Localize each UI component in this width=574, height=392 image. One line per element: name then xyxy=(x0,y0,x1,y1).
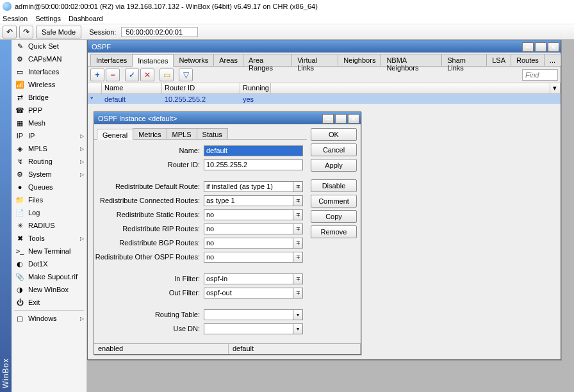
chevron-down-icon[interactable]: ∓ xyxy=(293,252,303,263)
ospf-grid-header: Name Router ID Running ▾ xyxy=(88,83,561,94)
tab--[interactable]: ... xyxy=(544,54,561,66)
cancel-button[interactable]: Cancel xyxy=(311,143,357,156)
tab-interfaces[interactable]: Interfaces xyxy=(90,54,133,66)
tab-area-ranges[interactable]: Area Ranges xyxy=(243,54,292,66)
chevron-down-icon[interactable]: ▾ xyxy=(293,323,303,334)
maximize-icon[interactable]: □ xyxy=(535,42,546,52)
sidebar-item-radius[interactable]: ✳RADIUS xyxy=(12,219,86,232)
sidebar-item-dot1x[interactable]: ◐Dot1X xyxy=(12,257,86,270)
in-filter-label: In Filter: xyxy=(94,275,200,282)
in-filter-select[interactable]: ospf-in xyxy=(204,274,293,284)
sidebar-item-tools[interactable]: ✖Tools▷ xyxy=(12,232,86,245)
sidebar-item-label: Routing xyxy=(28,158,53,165)
sidebar-item-windows[interactable]: ▢Windows▷ xyxy=(12,312,86,325)
redo-button[interactable]: ↷ xyxy=(19,26,33,38)
sidebar-item-new-terminal[interactable]: >_New Terminal xyxy=(12,245,86,257)
chevron-down-icon[interactable]: ▾ xyxy=(293,309,303,320)
dialog-tab-metrics[interactable]: Metrics xyxy=(133,128,167,139)
col-flag[interactable] xyxy=(88,83,102,94)
col-name[interactable]: Name xyxy=(102,83,162,94)
sidebar-item-new-winbox[interactable]: ◑New WinBox xyxy=(12,283,86,296)
tab-nbma-neighbors[interactable]: NBMA Neighbors xyxy=(381,54,442,66)
col-running[interactable]: Running xyxy=(240,83,271,94)
chevron-down-icon[interactable]: ∓ xyxy=(293,209,303,220)
tab-neighbors[interactable]: Neighbors xyxy=(338,54,381,66)
sidebar-item-ppp[interactable]: ☎PPP xyxy=(12,104,86,117)
tab-virtual-links[interactable]: Virtual Links xyxy=(291,54,338,66)
chevron-down-icon[interactable]: ∓ xyxy=(293,224,303,234)
tab-lsa[interactable]: LSA xyxy=(486,54,511,66)
dialog-titlebar[interactable]: OSPF Instance <default> ─ □ ✕ xyxy=(94,112,361,124)
out-filter-select[interactable]: ospf-out xyxy=(204,288,293,298)
maximize-icon[interactable]: □ xyxy=(335,114,347,124)
filter-button[interactable]: ▽ xyxy=(179,69,193,81)
redist-other-select[interactable]: no xyxy=(204,252,293,263)
sidebar-item-make-supout-rif[interactable]: 📎Make Supout.rif xyxy=(12,270,86,283)
menu-dashboard[interactable]: Dashboard xyxy=(69,15,103,22)
tab-networks[interactable]: Networks xyxy=(173,54,214,66)
routing-table-select[interactable] xyxy=(204,309,293,320)
minimize-icon[interactable]: ─ xyxy=(522,42,534,52)
redist-default-select[interactable]: if installed (as type 1) xyxy=(204,181,293,192)
apply-button[interactable]: Apply xyxy=(311,159,357,172)
redist-static-select[interactable]: no xyxy=(204,209,293,220)
sidebar-item-files[interactable]: 📁Files xyxy=(12,193,86,206)
sidebar-item-quick-set[interactable]: ✎Quick Set xyxy=(12,40,86,53)
safe-mode-button[interactable]: Safe Mode xyxy=(36,26,81,38)
remove-button[interactable]: Remove xyxy=(311,225,357,238)
col-dropdown-icon[interactable]: ▾ xyxy=(550,83,561,94)
chevron-down-icon[interactable]: ∓ xyxy=(293,288,303,298)
sidebar-item-bridge[interactable]: ⇄Bridge xyxy=(12,91,86,104)
sidebar-item-routing[interactable]: ↯Routing▷ xyxy=(12,155,86,168)
disable-button[interactable]: Disable xyxy=(311,179,357,192)
chevron-down-icon[interactable]: ∓ xyxy=(293,238,303,249)
sidebar-item-interfaces[interactable]: ▭Interfaces xyxy=(12,65,86,78)
menu-session[interactable]: Session xyxy=(3,15,28,22)
redist-connected-select[interactable]: as type 1 xyxy=(204,195,293,206)
sidebar-item-label: PPP xyxy=(28,106,42,114)
chevron-down-icon[interactable]: ∓ xyxy=(293,195,303,206)
sidebar-item-log[interactable]: 📄Log xyxy=(12,206,86,219)
comment-button[interactable]: ▭ xyxy=(160,69,174,81)
sidebar-item-capsman[interactable]: ⚙CAPsMAN xyxy=(12,53,86,65)
find-input[interactable] xyxy=(522,69,558,81)
menu-settings[interactable]: Settings xyxy=(35,15,61,22)
chevron-down-icon[interactable]: ∓ xyxy=(293,181,303,192)
redist-other-label: Redistribute Other OSPF Routes: xyxy=(94,253,200,261)
tab-routes[interactable]: Routes xyxy=(511,54,545,66)
dialog-tab-general[interactable]: General xyxy=(97,129,133,140)
sidebar-item-ip[interactable]: IPIP▷ xyxy=(12,129,86,142)
router-id-input[interactable]: 10.255.255.2 xyxy=(204,159,303,170)
tab-instances[interactable]: Instances xyxy=(132,54,174,67)
close-icon[interactable]: ✕ xyxy=(548,42,559,52)
disable-button[interactable]: ✕ xyxy=(140,69,154,81)
sidebar-separator xyxy=(14,310,84,311)
table-row[interactable]: * default 10.255.255.2 yes xyxy=(88,94,561,104)
sidebar-item-mpls[interactable]: ◈MPLS▷ xyxy=(12,142,86,155)
close-icon[interactable]: ✕ xyxy=(348,114,359,124)
ok-button[interactable]: OK xyxy=(311,128,357,141)
chevron-down-icon[interactable]: ∓ xyxy=(293,274,303,284)
minimize-icon[interactable]: ─ xyxy=(322,114,334,124)
remove-button[interactable]: − xyxy=(106,69,120,81)
sidebar-item-wireless[interactable]: 📶Wireless xyxy=(12,78,86,91)
redist-rip-select[interactable]: no xyxy=(204,224,293,234)
sidebar-item-mesh[interactable]: ▦Mesh xyxy=(12,117,86,129)
sidebar-item-system[interactable]: ⚙System▷ xyxy=(12,168,86,181)
dialog-tab-status[interactable]: Status xyxy=(197,128,228,139)
col-router-id[interactable]: Router ID xyxy=(162,83,240,94)
tab-sham-links[interactable]: Sham Links xyxy=(441,54,487,66)
enable-button[interactable]: ✓ xyxy=(125,69,139,81)
tab-areas[interactable]: Areas xyxy=(213,54,243,66)
redist-bgp-select[interactable]: no xyxy=(204,238,293,249)
name-input[interactable]: default xyxy=(204,145,303,156)
undo-button[interactable]: ↶ xyxy=(3,26,17,38)
dialog-tab-mpls[interactable]: MPLS xyxy=(167,128,197,139)
copy-button[interactable]: Copy xyxy=(311,210,357,223)
use-dn-select[interactable] xyxy=(204,323,293,334)
add-button[interactable]: + xyxy=(90,69,104,81)
comment-button[interactable]: Comment xyxy=(311,195,357,208)
ospf-window-titlebar[interactable]: OSPF ─ □ ✕ xyxy=(88,40,561,53)
sidebar-item-exit[interactable]: ⏻Exit xyxy=(12,296,86,309)
sidebar-item-queues[interactable]: ●Queues xyxy=(12,181,86,193)
